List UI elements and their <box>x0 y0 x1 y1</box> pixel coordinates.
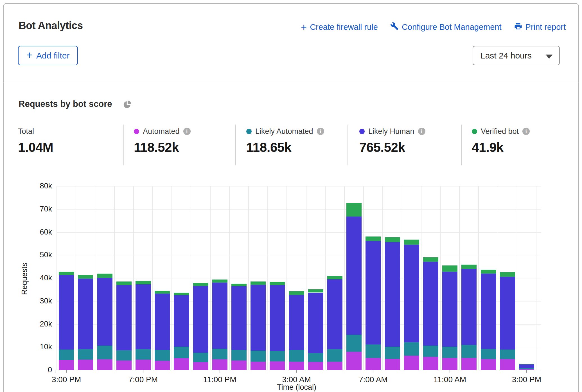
header-divider <box>3 83 579 83</box>
info-icon[interactable]: i <box>317 128 324 135</box>
configure-bot-management-link[interactable]: Configure Bot Management <box>390 22 502 32</box>
plus-icon: + <box>26 49 32 61</box>
stat-automated-value: 118.52k <box>134 140 191 155</box>
stat-likely-automated-value: 118.65k <box>246 140 324 155</box>
stat-divider <box>348 125 348 165</box>
stat-likely-human-value: 765.52k <box>359 140 425 155</box>
print-report-link[interactable]: Print report <box>514 22 566 32</box>
configure-bot-management-label: Configure Bot Management <box>402 22 502 32</box>
stat-likely-human-label: Likely Human <box>368 127 414 136</box>
stat-total-value: 1.04M <box>18 140 53 155</box>
likely-human-legend-dot <box>359 129 365 134</box>
wrench-icon <box>390 22 399 32</box>
stat-total-label: Total <box>18 127 34 136</box>
info-icon[interactable]: i <box>418 128 425 135</box>
x-axis-title: Time (local) <box>254 383 339 392</box>
plus-icon: + <box>301 23 307 31</box>
stat-likely-automated: Likely Automated i 118.65k <box>246 127 324 155</box>
stat-divider <box>123 125 124 165</box>
add-filter-button[interactable]: + Add filter <box>18 46 78 65</box>
stat-automated-label: Automated <box>143 127 180 136</box>
time-range-dropdown[interactable]: Last 24 hours <box>473 46 560 65</box>
stat-verified-bot: Verified bot i 41.9k <box>472 127 530 155</box>
stat-total: Total 1.04M <box>18 127 53 155</box>
stat-automated: Automated i 118.52k <box>134 127 191 155</box>
automated-legend-dot <box>134 129 139 134</box>
create-firewall-rule-link[interactable]: + Create firewall rule <box>301 22 378 32</box>
section-heading: Requests by bot score <box>19 99 112 109</box>
info-icon[interactable]: i <box>522 128 530 135</box>
stat-divider <box>461 125 462 165</box>
verified-bot-legend-dot <box>472 129 477 134</box>
info-icon[interactable]: i <box>183 128 191 135</box>
y-axis-title: Requests <box>20 251 29 307</box>
print-report-label: Print report <box>525 22 566 32</box>
likely-automated-legend-dot <box>246 129 252 134</box>
stat-likely-automated-label: Likely Automated <box>255 127 313 136</box>
time-range-value: Last 24 hours <box>481 51 532 60</box>
printer-icon <box>514 22 522 32</box>
header-actions: + Create firewall rule Configure Bot Man… <box>301 22 566 32</box>
page-title: Bot Analytics <box>19 20 83 31</box>
stat-likely-human: Likely Human i 765.52k <box>359 127 425 155</box>
stat-verified-bot-value: 41.9k <box>472 140 530 155</box>
bot-analytics-screen: Bot Analytics + Create firewall rule Con… <box>0 0 582 392</box>
add-filter-label: Add filter <box>36 51 69 60</box>
stat-verified-bot-label: Verified bot <box>481 127 519 136</box>
pie-chart-icon <box>123 100 132 109</box>
stat-divider <box>235 125 236 165</box>
chevron-down-icon <box>546 55 552 59</box>
create-firewall-rule-label: Create firewall rule <box>310 22 378 32</box>
